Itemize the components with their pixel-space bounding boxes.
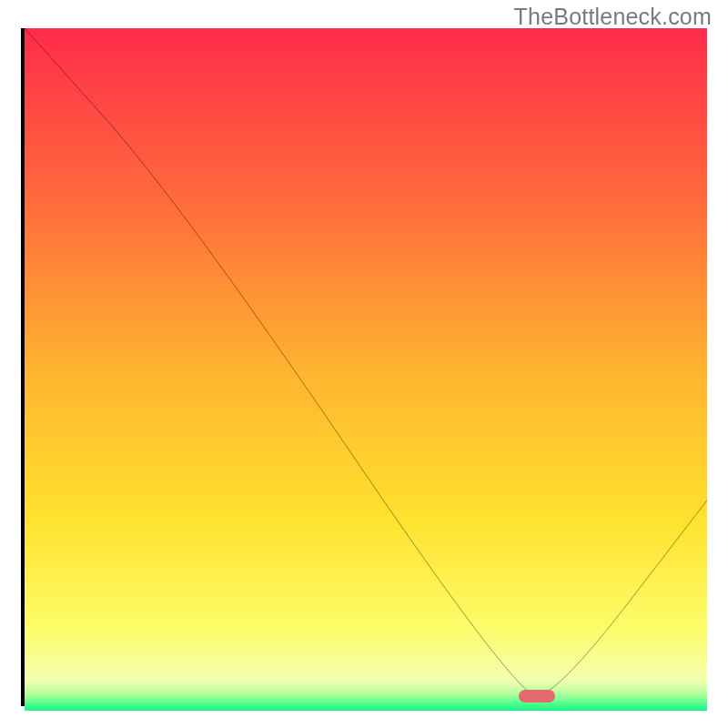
chart-line-series — [25, 28, 707, 703]
optimal-point-marker — [519, 690, 555, 703]
watermark-text: TheBottleneck.com — [514, 4, 712, 30]
chart-plot-area — [21, 28, 707, 706]
